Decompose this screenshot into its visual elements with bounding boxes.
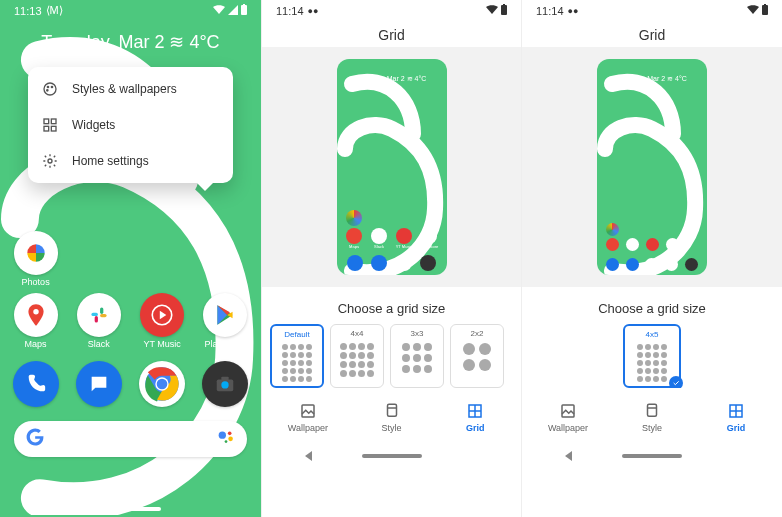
battery-icon — [762, 4, 768, 17]
assistant-icon[interactable] — [215, 426, 237, 452]
nav-handle[interactable] — [622, 454, 682, 458]
svg-rect-38 — [562, 405, 574, 417]
svg-rect-9 — [51, 126, 56, 131]
svg-rect-6 — [44, 119, 49, 124]
menu-item-label: Styles & wallpapers — [72, 82, 177, 96]
app-ytmusic[interactable]: YT Music — [133, 293, 192, 349]
page-title: Grid — [522, 21, 782, 47]
nav-handle[interactable] — [362, 454, 422, 458]
status-bar: 11:14 ●● — [262, 0, 521, 21]
search-bar[interactable] — [14, 421, 247, 457]
preview-dock — [343, 255, 441, 271]
date-weather-widget[interactable]: Tuesday, Mar 2 ≋ 4°C — [0, 21, 261, 59]
tab-wallpaper[interactable]: Wallpaper — [266, 402, 350, 433]
app-photos[interactable]: Photos — [6, 231, 65, 287]
svg-point-4 — [51, 86, 52, 87]
svg-rect-37 — [764, 4, 766, 6]
dock-messages[interactable] — [69, 361, 128, 407]
nav-bar — [522, 443, 782, 469]
bottom-tabs: Wallpaper Style Grid — [522, 388, 782, 443]
svg-rect-36 — [762, 5, 768, 15]
preview-date: Tuesday, Mar 2 ≋ 4°C — [597, 59, 707, 83]
menu-home-settings[interactable]: Home settings — [28, 143, 233, 179]
svg-rect-31 — [387, 404, 396, 416]
svg-point-25 — [228, 432, 232, 436]
menu-item-label: Widgets — [72, 118, 115, 132]
svg-rect-28 — [501, 5, 507, 15]
menu-widgets[interactable]: Widgets — [28, 107, 233, 143]
wifi-icon — [486, 5, 498, 17]
nav-handle[interactable] — [101, 507, 161, 511]
svg-point-11 — [33, 309, 38, 314]
dock-camera[interactable] — [196, 361, 255, 407]
menu-item-label: Home settings — [72, 154, 149, 168]
back-button[interactable] — [305, 451, 312, 461]
svg-rect-8 — [44, 126, 49, 131]
wifi-icon — [213, 5, 225, 17]
notification-icon: ●● — [308, 6, 319, 16]
app-label: YT Music — [143, 339, 180, 349]
grid-options: 4x5 — [522, 324, 782, 388]
tab-style[interactable]: Style — [350, 402, 434, 433]
status-time: 11:14 — [536, 5, 564, 17]
preview-phone: Tuesday, Mar 2 ≋ 4°C — [597, 59, 707, 275]
widgets-icon — [42, 117, 58, 133]
status-bar: 11:13 ⟨M⟩ — [0, 0, 261, 21]
svg-point-27 — [225, 440, 228, 443]
notification-icon: ⟨M⟩ — [46, 4, 63, 17]
svg-rect-13 — [100, 307, 103, 314]
status-bar: 11:14 ●● — [522, 0, 782, 21]
preview-dock — [603, 258, 701, 271]
dock-phone[interactable] — [6, 361, 65, 407]
svg-point-22 — [222, 381, 229, 388]
svg-rect-7 — [51, 119, 56, 124]
app-maps[interactable]: Maps — [6, 293, 65, 349]
app-slack[interactable]: Slack — [69, 293, 128, 349]
grid-icon — [466, 402, 484, 420]
wallpaper-icon — [559, 402, 577, 420]
preview-app-grid: Maps Slack YT Music Play Store — [343, 210, 441, 249]
grid-chooser-default: 11:14 ●● Grid Tuesday, Mar 2 ≋ 4°C Maps … — [262, 0, 522, 517]
svg-rect-15 — [95, 316, 98, 323]
status-time: 11:14 — [276, 5, 304, 17]
app-playstore[interactable]: Play Store — [196, 293, 255, 349]
app-label: Photos — [22, 277, 50, 287]
home-screen: 11:13 ⟨M⟩ Tuesday, Mar 2 ≋ 4°C Styles & … — [0, 0, 262, 517]
google-icon — [24, 426, 46, 452]
grid-option-4x5[interactable]: 4x5 — [623, 324, 681, 388]
tab-style[interactable]: Style — [610, 402, 694, 433]
check-icon — [669, 376, 683, 388]
grid-option-default[interactable]: Default — [270, 324, 324, 388]
palette-icon — [42, 81, 58, 97]
preview-app-grid — [603, 223, 701, 251]
tab-wallpaper[interactable]: Wallpaper — [526, 402, 610, 433]
svg-point-5 — [47, 90, 48, 91]
svg-rect-39 — [648, 404, 657, 416]
svg-rect-0 — [241, 5, 247, 15]
svg-rect-1 — [243, 4, 245, 6]
notification-icon: ●● — [568, 6, 579, 16]
svg-rect-23 — [222, 377, 229, 381]
tab-grid[interactable]: Grid — [433, 402, 517, 433]
dock-chrome[interactable] — [133, 361, 192, 407]
signal-icon — [228, 5, 238, 17]
menu-styles-wallpapers[interactable]: Styles & wallpapers — [28, 71, 233, 107]
bottom-tabs: Wallpaper Style Grid — [262, 388, 521, 443]
svg-point-10 — [48, 159, 52, 163]
grid-icon — [727, 402, 745, 420]
grid-chooser-4x5: 11:14 ●● Grid Tuesday, Mar 2 ≋ 4°C Choos… — [522, 0, 782, 517]
dock — [0, 349, 261, 407]
back-button[interactable] — [565, 451, 572, 461]
preview-phone: Tuesday, Mar 2 ≋ 4°C Maps Slack YT Music… — [337, 59, 447, 275]
svg-point-24 — [219, 432, 226, 439]
svg-point-20 — [157, 379, 168, 390]
svg-rect-30 — [302, 405, 314, 417]
grid-option-4x4[interactable]: 4x4 — [330, 324, 384, 388]
battery-icon — [501, 4, 507, 17]
preview-date: Tuesday, Mar 2 ≋ 4°C — [337, 59, 447, 83]
tab-grid[interactable]: Grid — [694, 402, 778, 433]
gear-icon — [42, 153, 58, 169]
wifi-icon — [747, 5, 759, 17]
grid-option-2x2[interactable]: 2x2 — [450, 324, 504, 388]
grid-option-3x3[interactable]: 3x3 — [390, 324, 444, 388]
